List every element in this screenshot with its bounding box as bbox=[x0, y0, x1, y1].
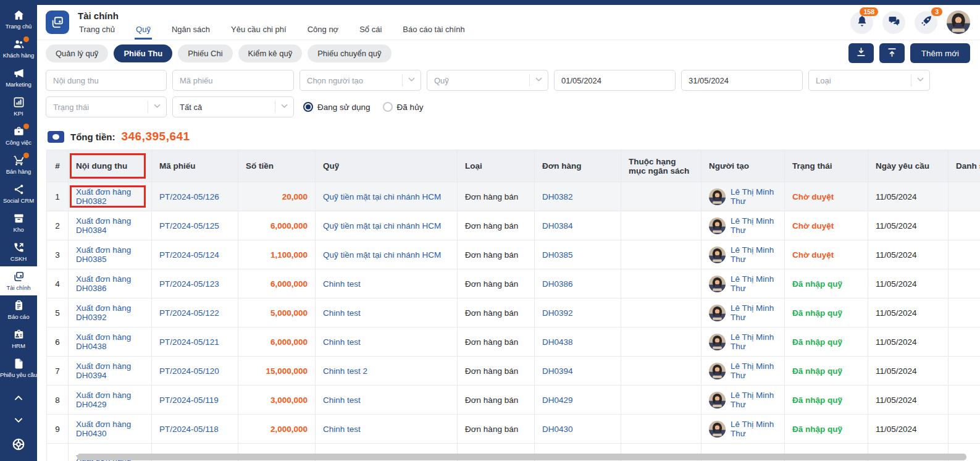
order-link[interactable]: DH0438 bbox=[542, 337, 573, 347]
fund-link[interactable]: Chinh test bbox=[323, 337, 361, 347]
notification-dot bbox=[23, 36, 29, 42]
order-link[interactable]: DH0392 bbox=[542, 308, 573, 318]
content-filter-input[interactable] bbox=[46, 70, 166, 90]
radio-active[interactable]: Đang sử dụng bbox=[303, 102, 371, 112]
radio-cancelled[interactable]: Đã hủy bbox=[383, 102, 424, 112]
sidebar-item-bao-cao[interactable]: Báo cáo bbox=[0, 295, 37, 324]
sidebar-item-social-crm[interactable]: Social CRM bbox=[0, 179, 37, 208]
user-avatar[interactable] bbox=[947, 11, 970, 34]
tab-quy[interactable]: Quỹ bbox=[135, 22, 152, 40]
sidebar-item-tai-chinh[interactable]: Tài chính bbox=[0, 266, 37, 295]
code-link[interactable]: PT/2024-05/125 bbox=[159, 221, 219, 230]
code-link[interactable]: PT/2024-05/119 bbox=[159, 395, 219, 405]
sidebar-item-cskh[interactable]: CSKH bbox=[0, 237, 37, 266]
tab-bao-cao-tai-chinh[interactable]: Báo cáo tài chính bbox=[401, 22, 466, 40]
code-link[interactable]: PT/2024-05/121 bbox=[159, 337, 219, 347]
creator-link[interactable]: Lê Thị Minh Thư bbox=[731, 420, 777, 438]
support-icon[interactable] bbox=[12, 438, 25, 454]
fund-link[interactable]: Chinh test bbox=[323, 395, 361, 405]
sidebar-item-kho[interactable]: Kho bbox=[0, 208, 37, 237]
creator-select[interactable]: Chọn người tạo bbox=[299, 70, 421, 91]
type-select[interactable]: Loại bbox=[808, 70, 930, 91]
fund-link[interactable]: Chinh test bbox=[323, 279, 361, 289]
code-link[interactable]: PT/2024-05/122 bbox=[159, 308, 219, 318]
order-link[interactable]: DH0394 bbox=[542, 366, 573, 376]
fund-select[interactable]: Quỹ bbox=[427, 70, 548, 91]
creator-link[interactable]: Lê Thị Minh Thư bbox=[731, 274, 777, 293]
chevron-up-icon[interactable] bbox=[14, 393, 23, 405]
cell-type: Đơn hàng bán bbox=[458, 182, 535, 211]
tab-trang-chu[interactable]: Trang chủ bbox=[78, 22, 116, 40]
sidebar-item-ban-hang[interactable]: Bán hàng bbox=[0, 150, 37, 179]
pill-phieu-chi[interactable]: Phiếu Chi bbox=[178, 44, 232, 62]
creator-link[interactable]: Lê Thị Minh Thư bbox=[731, 245, 777, 264]
chevron-down-icon[interactable] bbox=[14, 415, 23, 428]
content-link[interactable]: Xuất đơn hàng DH0384 bbox=[76, 216, 131, 235]
tab-cong-no[interactable]: Công nợ bbox=[306, 22, 340, 40]
order-link[interactable]: DH0386 bbox=[542, 279, 573, 289]
fund-link[interactable]: Quỹ tiền mặt tại chi nhánh HCM bbox=[323, 250, 441, 260]
pill-quan-ly-quy[interactable]: Quản lý quỹ bbox=[46, 44, 108, 62]
filter-row-1: Chọn người tạo Quỹ Loại bbox=[46, 70, 970, 91]
sidebar-item-marketing[interactable]: Marketing bbox=[0, 63, 37, 92]
all-select[interactable]: Tất cả bbox=[172, 96, 294, 117]
cell-order: DH0392 bbox=[535, 298, 621, 328]
add-new-button[interactable]: Thêm mới bbox=[910, 43, 970, 63]
content-link[interactable]: Xuất đơn hàng DH0392 bbox=[76, 303, 131, 322]
creator-link[interactable]: Lê Thị Minh Thư bbox=[731, 187, 777, 206]
fund-link[interactable]: Quỹ tiền mặt tại chi nhánh HCM bbox=[323, 221, 441, 230]
fund-link[interactable]: Chinh test 2 bbox=[323, 366, 367, 376]
code-link[interactable]: PT/2024-05/123 bbox=[159, 279, 219, 289]
toolbar-right: Thêm mới bbox=[848, 43, 970, 63]
fund-link[interactable]: Chinh test bbox=[323, 308, 361, 318]
tab-yeu-cau-chi-phi[interactable]: Yêu cầu chi phí bbox=[230, 22, 288, 40]
content-link[interactable]: Xuất đơn hàng DH0429 bbox=[76, 391, 131, 409]
upload-button[interactable] bbox=[879, 43, 905, 63]
content-link[interactable]: Xuất đơn hàng DH0438 bbox=[76, 332, 131, 351]
creator-link[interactable]: Lê Thị Minh Thư bbox=[731, 391, 777, 409]
code-link[interactable]: PT/2024-05/120 bbox=[159, 366, 219, 376]
date-from-input[interactable] bbox=[555, 70, 675, 90]
order-link[interactable]: DH0384 bbox=[542, 221, 573, 230]
sidebar-item-cong-viec[interactable]: Công việc bbox=[0, 121, 37, 150]
content-link[interactable]: Xuất đơn hàng DH0386 bbox=[76, 274, 131, 293]
cell-amount: 15,000,000 bbox=[238, 357, 316, 386]
code-filter-input[interactable] bbox=[173, 70, 293, 90]
cell-index: 3 bbox=[47, 240, 69, 269]
order-link[interactable]: DH0430 bbox=[542, 425, 573, 434]
creator-link[interactable]: Lê Thị Minh Thư bbox=[731, 303, 777, 322]
messages-button[interactable] bbox=[882, 11, 905, 34]
content-link[interactable]: Xuất đơn hàng DH0385 bbox=[76, 245, 131, 264]
updates-button[interactable]: 3 bbox=[915, 11, 937, 34]
sidebar-item-trang-chu[interactable]: Trang chủ bbox=[0, 5, 37, 34]
order-link[interactable]: DH0382 bbox=[542, 192, 573, 201]
notifications-button[interactable]: 158 bbox=[850, 11, 873, 34]
fund-link[interactable]: Chinh test bbox=[323, 425, 361, 434]
status-select[interactable]: Trạng thái bbox=[46, 96, 167, 117]
tab-ngan-sach[interactable]: Ngân sách bbox=[170, 22, 211, 40]
fund-link[interactable]: Quỹ tiền mặt tại chi nhánh HCM bbox=[323, 192, 441, 201]
creator-link[interactable]: Lê Thị Minh Thư bbox=[731, 332, 777, 351]
code-link[interactable]: PT/2024-05/124 bbox=[159, 250, 219, 260]
creator-link[interactable]: Lê Thị Minh Thư bbox=[731, 216, 777, 235]
content-link[interactable]: Xuất đơn hàng DH0430 bbox=[76, 420, 131, 438]
pill-phieu-chuyen-quy[interactable]: Phiếu chuyển quỹ bbox=[308, 44, 391, 62]
creator-link[interactable]: Lê Thị Minh Thư bbox=[731, 362, 777, 380]
order-link[interactable]: DH0385 bbox=[542, 250, 573, 260]
sidebar-item-kpi[interactable]: KPI bbox=[0, 92, 37, 121]
code-link[interactable]: PT/2024-05/118 bbox=[159, 425, 219, 434]
horizontal-scrollbar[interactable] bbox=[77, 454, 966, 460]
pill-kiem-ke-quy[interactable]: Kiểm kê quỹ bbox=[238, 44, 303, 62]
sidebar-item-khach-hang[interactable]: Khách hàng bbox=[0, 34, 37, 63]
sidebar-item-phieu-yeu-cau[interactable]: Phiếu yêu cầu bbox=[0, 353, 37, 383]
sidebar-item-label: Marketing bbox=[6, 81, 31, 88]
sidebar-item-hrm[interactable]: HRM bbox=[0, 324, 37, 353]
date-to-input[interactable] bbox=[682, 70, 802, 90]
tab-so-cai[interactable]: Sổ cái bbox=[358, 22, 383, 40]
pill-phieu-thu[interactable]: Phiếu Thu bbox=[114, 44, 172, 62]
order-link[interactable]: DH0429 bbox=[542, 395, 573, 405]
code-link[interactable]: PT/2024-05/126 bbox=[159, 192, 219, 201]
content-link[interactable]: Xuất đơn hàng DH0394 bbox=[76, 362, 131, 380]
download-button[interactable] bbox=[848, 43, 874, 63]
content-link[interactable]: Xuất đơn hàng DH0382 bbox=[76, 187, 131, 206]
